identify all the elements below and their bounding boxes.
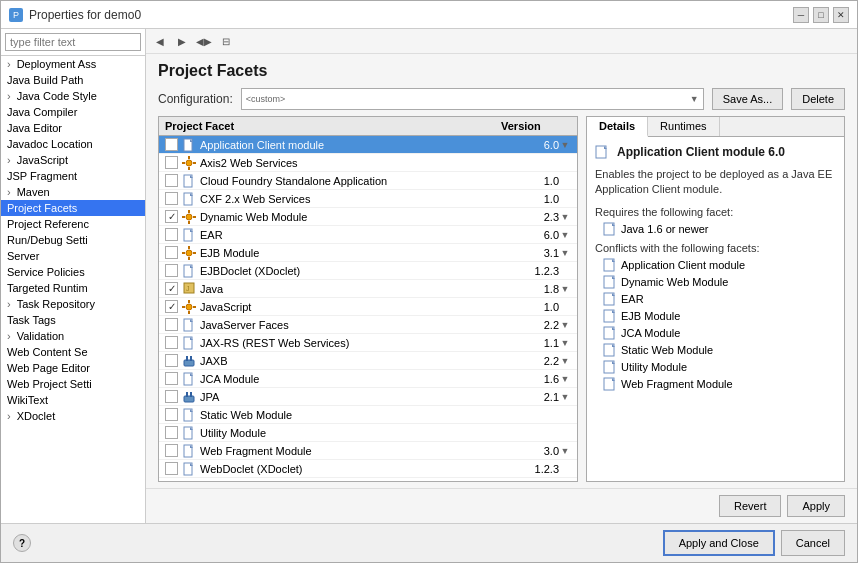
- toolbar-collapse-button[interactable]: ⊟: [216, 31, 236, 51]
- config-dropdown-arrow: ▼: [690, 94, 699, 104]
- facet-checkbox[interactable]: [165, 174, 178, 187]
- facet-row[interactable]: JAX-RS (REST Web Services)1.1▼: [159, 334, 577, 352]
- facet-checkbox[interactable]: [165, 138, 178, 151]
- sidebar-item-project-facets[interactable]: Project Facets: [1, 200, 145, 216]
- facet-version-arrow[interactable]: ▼: [559, 374, 571, 384]
- facet-row[interactable]: JJava1.8▼: [159, 280, 577, 298]
- sidebar-item-task-tags[interactable]: Task Tags: [1, 312, 145, 328]
- facet-checkbox[interactable]: [165, 372, 178, 385]
- facet-row[interactable]: WebDoclet (XDoclet)1.2.3: [159, 460, 577, 478]
- apply-button[interactable]: Apply: [787, 495, 845, 517]
- sidebar-item-java-code-style[interactable]: Java Code Style: [1, 88, 145, 104]
- facet-row[interactable]: CXF 2.x Web Services1.0: [159, 190, 577, 208]
- facet-checkbox[interactable]: [165, 462, 178, 475]
- facet-version-arrow[interactable]: ▼: [559, 230, 571, 240]
- sidebar-item-wikitext[interactable]: WikiText: [1, 392, 145, 408]
- facet-checkbox[interactable]: [165, 318, 178, 331]
- cancel-button[interactable]: Cancel: [781, 530, 845, 556]
- facet-row[interactable]: Utility Module: [159, 424, 577, 442]
- facet-row[interactable]: Web Fragment Module3.0▼: [159, 442, 577, 460]
- conflict-item-icon: [603, 377, 617, 391]
- facet-version-arrow[interactable]: ▼: [559, 338, 571, 348]
- facet-checkbox[interactable]: [165, 282, 178, 295]
- maximize-button[interactable]: □: [813, 7, 829, 23]
- facet-checkbox[interactable]: [165, 300, 178, 313]
- minimize-button[interactable]: ─: [793, 7, 809, 23]
- facet-version: 1.2.3: [519, 463, 559, 475]
- sidebar-item-maven[interactable]: Maven: [1, 184, 145, 200]
- sidebar-item-java-compiler[interactable]: Java Compiler: [1, 104, 145, 120]
- facet-row[interactable]: Cloud Foundry Standalone Application1.0: [159, 172, 577, 190]
- sidebar-item-run/debug-setti[interactable]: Run/Debug Setti: [1, 232, 145, 248]
- toolbar-back-button[interactable]: ◀: [150, 31, 170, 51]
- save-as-button[interactable]: Save As...: [712, 88, 784, 110]
- conflict-item: Static Web Module: [595, 343, 836, 357]
- facet-checkbox[interactable]: [165, 246, 178, 259]
- facet-checkbox[interactable]: [165, 426, 178, 439]
- facet-version-arrow[interactable]: ▼: [559, 446, 571, 456]
- help-button[interactable]: ?: [13, 534, 31, 552]
- facet-version-arrow[interactable]: ▼: [559, 212, 571, 222]
- facet-version-arrow[interactable]: ▼: [559, 356, 571, 366]
- sidebar-item-task-repository[interactable]: Task Repository: [1, 296, 145, 312]
- sidebar-item-validation[interactable]: Validation: [1, 328, 145, 344]
- sidebar-item-web-project-setti[interactable]: Web Project Setti: [1, 376, 145, 392]
- sidebar-item-server[interactable]: Server: [1, 248, 145, 264]
- facet-checkbox[interactable]: [165, 192, 178, 205]
- facet-row[interactable]: JAXB2.2▼: [159, 352, 577, 370]
- sidebar-item-javadoc-location[interactable]: Javadoc Location: [1, 136, 145, 152]
- facet-checkbox[interactable]: [165, 264, 178, 277]
- page-title: Project Facets: [158, 62, 845, 80]
- sidebar-item-javascript[interactable]: JavaScript: [1, 152, 145, 168]
- facet-checkbox[interactable]: [165, 156, 178, 169]
- facet-version: 1.2.3: [519, 265, 559, 277]
- close-button[interactable]: ✕: [833, 7, 849, 23]
- facet-version-arrow[interactable]: ▼: [559, 284, 571, 294]
- facet-checkbox[interactable]: [165, 228, 178, 241]
- apply-close-button[interactable]: Apply and Close: [663, 530, 775, 556]
- facet-checkbox[interactable]: [165, 444, 178, 457]
- right-pane-header: Project Facets Configuration: <custom> ▼…: [146, 54, 857, 116]
- toolbar-expand-button[interactable]: ◀▶: [194, 31, 214, 51]
- sidebar-item-jsp-fragment[interactable]: JSP Fragment: [1, 168, 145, 184]
- sidebar-filter-input[interactable]: [5, 33, 141, 51]
- toolbar-forward-button[interactable]: ▶: [172, 31, 192, 51]
- sidebar-item-web-page-editor[interactable]: Web Page Editor: [1, 360, 145, 376]
- facet-version-arrow[interactable]: ▼: [559, 248, 571, 258]
- facet-row[interactable]: Axis2 Web Services: [159, 154, 577, 172]
- facet-row[interactable]: JCA Module1.6▼: [159, 370, 577, 388]
- svg-rect-3: [188, 156, 190, 159]
- facet-row[interactable]: JPA2.1▼: [159, 388, 577, 406]
- facet-version-arrow[interactable]: ▼: [559, 320, 571, 330]
- facet-row[interactable]: EAR6.0▼: [159, 226, 577, 244]
- sidebar-item-deployment-ass[interactable]: Deployment Ass: [1, 56, 145, 72]
- facet-version-arrow[interactable]: ▼: [559, 392, 571, 402]
- facet-row[interactable]: Dynamic Web Module2.3▼: [159, 208, 577, 226]
- facet-checkbox[interactable]: [165, 336, 178, 349]
- facet-row[interactable]: EJB Module3.1▼: [159, 244, 577, 262]
- config-dropdown[interactable]: <custom> ▼: [241, 88, 704, 110]
- facet-row[interactable]: Application Client module6.0▼: [159, 136, 577, 154]
- title-bar-left: P Properties for demo0: [9, 8, 141, 22]
- sidebar-item-java-editor[interactable]: Java Editor: [1, 120, 145, 136]
- facet-checkbox[interactable]: [165, 210, 178, 223]
- facet-row[interactable]: EJBDoclet (XDoclet)1.2.3: [159, 262, 577, 280]
- sidebar-item-targeted-runtim[interactable]: Targeted Runtim: [1, 280, 145, 296]
- sidebar-item-xdoclet[interactable]: XDoclet: [1, 408, 145, 424]
- facet-row[interactable]: JavaServer Faces2.2▼: [159, 316, 577, 334]
- facet-checkbox[interactable]: [165, 354, 178, 367]
- facet-version-arrow[interactable]: ▼: [559, 140, 571, 150]
- details-tab-details[interactable]: Details: [587, 117, 648, 137]
- facet-row[interactable]: JavaScript1.0: [159, 298, 577, 316]
- facet-checkbox[interactable]: [165, 390, 178, 403]
- sidebar-item-java-build-path[interactable]: Java Build Path: [1, 72, 145, 88]
- facet-checkbox[interactable]: [165, 408, 178, 421]
- sidebar-item-project-referenc[interactable]: Project Referenc: [1, 216, 145, 232]
- delete-button[interactable]: Delete: [791, 88, 845, 110]
- sidebar-item-web-content-se[interactable]: Web Content Se: [1, 344, 145, 360]
- details-tab-runtimes[interactable]: Runtimes: [648, 117, 719, 136]
- facet-row[interactable]: Static Web Module: [159, 406, 577, 424]
- svg-rect-12: [188, 210, 190, 213]
- revert-button[interactable]: Revert: [719, 495, 781, 517]
- sidebar-item-service-policies[interactable]: Service Policies: [1, 264, 145, 280]
